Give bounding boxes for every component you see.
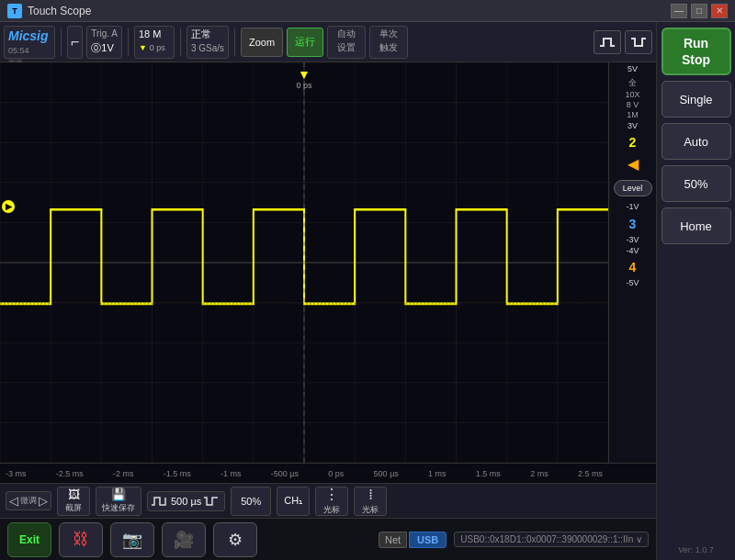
pulse-down-icon bbox=[629, 33, 648, 51]
single-group[interactable]: 单次 触发 bbox=[369, 26, 408, 59]
auto-button[interactable]: Auto bbox=[662, 123, 731, 160]
trigger-marker: ▼ 0 ps bbox=[296, 68, 311, 90]
video-button[interactable]: 🎥 bbox=[162, 522, 206, 557]
auto-group[interactable]: 自动 设置 bbox=[327, 26, 366, 59]
zoom-button[interactable]: Zoom bbox=[241, 28, 283, 57]
ch-1m[interactable]: 1M bbox=[627, 110, 639, 119]
run-stop-button[interactable]: Run Stop bbox=[662, 28, 731, 75]
exit-button[interactable]: Exit bbox=[7, 522, 51, 557]
time-label-3: -1.5 ms bbox=[164, 469, 191, 478]
prev-button[interactable]: ◁ bbox=[9, 494, 18, 508]
time-label-6: 0 ps bbox=[328, 469, 344, 478]
chevron-right-icon[interactable]: ◀ bbox=[628, 155, 639, 173]
trig-group[interactable]: Trig. A ⓪1V bbox=[86, 26, 122, 59]
duty-value: 50% bbox=[241, 496, 261, 507]
time-label-5: -500 µs bbox=[271, 469, 299, 478]
net-label[interactable]: Net bbox=[379, 532, 407, 548]
v-5-label: -5V bbox=[626, 278, 639, 289]
cursor1-icon: ⋮ bbox=[324, 486, 339, 503]
save-label: 快速保存 bbox=[102, 502, 135, 514]
time-label-8: 1 ms bbox=[428, 469, 447, 478]
ch-8v[interactable]: 8 V bbox=[627, 100, 639, 109]
micsig-logo: Micsig bbox=[8, 28, 49, 43]
usb-label[interactable]: USB bbox=[409, 532, 447, 548]
timebase-group[interactable]: 18 M ▼ 0 ps bbox=[134, 26, 175, 59]
trig-arrow: ▼ bbox=[139, 43, 147, 52]
sep1 bbox=[61, 28, 62, 56]
sep4 bbox=[234, 28, 235, 56]
bottom-controls: ◁ 微调 ▷ 🖼 截屏 💾 快速保存 500 µs bbox=[0, 483, 656, 518]
fine-tune-label: 微调 bbox=[20, 495, 37, 507]
time-label-7: 500 µs bbox=[374, 469, 399, 478]
waveform-canvas[interactable]: ▼ 0 ps ▶ bbox=[0, 62, 608, 463]
v-4-label: -4V bbox=[626, 246, 639, 257]
grid-svg bbox=[0, 62, 608, 463]
waveform-display: ▼ 0 ps ▶ 5V 全 10X 8 V 1M bbox=[0, 62, 656, 463]
settings-button[interactable]: ⚙ bbox=[213, 522, 257, 557]
toolbar-time: 05:54 bbox=[8, 46, 29, 55]
top-voltage: 5V bbox=[611, 64, 654, 75]
playback-controls[interactable]: ◁ 微调 ▷ bbox=[6, 491, 51, 510]
camera-button[interactable]: 📷 bbox=[110, 522, 154, 557]
v3-label: 3V bbox=[628, 121, 638, 132]
version-info: Ver: 1.0.7 bbox=[678, 545, 714, 554]
pulse-down-icon-group[interactable] bbox=[625, 30, 652, 54]
maximize-button[interactable]: □ bbox=[691, 4, 707, 18]
app-icon: T bbox=[7, 4, 22, 18]
quick-save-button[interactable]: 💾 快速保存 bbox=[96, 487, 141, 516]
micsig-logo-group[interactable]: Micsig 05:54 测量 bbox=[4, 26, 55, 59]
time-label-2: -2 ms bbox=[113, 469, 134, 478]
single-button[interactable]: Single bbox=[662, 81, 731, 118]
top-toolbar: Micsig 05:54 测量 ⌐ Trig. A ⓪1V 18 M ▼ bbox=[0, 22, 656, 62]
timebase-value: 18 M bbox=[139, 28, 161, 40]
cursor1-button[interactable]: ⋮ 光标 bbox=[315, 487, 348, 516]
duty-cycle-button[interactable]: 50% bbox=[231, 487, 271, 516]
ch-options[interactable]: 全 10X 8 V 1M bbox=[625, 77, 639, 119]
home-button[interactable]: Home bbox=[662, 207, 731, 244]
ch4-channel-label[interactable]: 4 bbox=[629, 260, 637, 274]
net-usb-selector[interactable]: Net USB bbox=[379, 532, 447, 548]
ch-full[interactable]: 全 bbox=[628, 77, 637, 89]
trig-label: Trig. A bbox=[91, 28, 118, 39]
footer: Exit ⛓ 📷 🎥 ⚙ Net USB bbox=[0, 518, 656, 560]
video-icon: 🎥 bbox=[174, 530, 194, 550]
ch1-button[interactable]: CH₁ bbox=[277, 487, 310, 516]
titlebar: T Touch Scope — □ ✕ bbox=[0, 0, 735, 22]
next-button[interactable]: ▷ bbox=[39, 494, 48, 508]
screenshot-icon: 🖼 bbox=[68, 487, 80, 501]
y-axis-panel: 5V 全 10X 8 V 1M 3V 2 ◀ Level -1V bbox=[608, 62, 656, 463]
time-label-1: -2.5 ms bbox=[56, 469, 84, 478]
cursor2-icon: ⁞ bbox=[368, 486, 373, 503]
cursor2-button[interactable]: ⁞ 光标 bbox=[354, 487, 387, 516]
cursor2-label: 光标 bbox=[362, 504, 379, 516]
ch2-channel-label[interactable]: 2 bbox=[629, 135, 637, 150]
camera-icon: 📷 bbox=[122, 530, 142, 550]
v5-label: 5V bbox=[611, 64, 654, 75]
run-label: Run bbox=[684, 35, 708, 51]
screenshot-button[interactable]: 🖼 截屏 bbox=[57, 487, 90, 516]
minimize-button[interactable]: — bbox=[671, 4, 687, 18]
mode-group[interactable]: 正常 3 GSa/s bbox=[187, 26, 229, 59]
run-button[interactable]: 运行 bbox=[287, 28, 323, 57]
toolbar-right-icons bbox=[594, 30, 652, 54]
link-button[interactable]: ⛓ bbox=[59, 522, 103, 557]
level-button[interactable]: Level bbox=[614, 180, 652, 196]
ch-10x[interactable]: 10X bbox=[625, 90, 639, 99]
trig-value: ⓪1V bbox=[91, 42, 113, 54]
single-label: 单次 bbox=[379, 28, 398, 39]
ch2-marker[interactable]: ▶ bbox=[2, 200, 15, 213]
device-id[interactable]: USB0::0x18D1::0x0007::390000029::1::IIn … bbox=[454, 532, 649, 547]
time-label-10: 2 ms bbox=[530, 469, 548, 478]
pulse-icon bbox=[204, 494, 220, 509]
trig-icon-group[interactable]: ⌐ bbox=[67, 26, 83, 59]
mode-value: 正常 bbox=[191, 28, 211, 40]
close-button[interactable]: ✕ bbox=[711, 4, 728, 18]
pulse-up-icon-group[interactable] bbox=[594, 30, 621, 54]
ch3-channel-label[interactable]: 3 bbox=[629, 217, 637, 231]
window-controls[interactable]: — □ ✕ bbox=[671, 4, 728, 18]
time-label-4: -1 ms bbox=[220, 469, 242, 478]
fifty-percent-button[interactable]: 50% bbox=[662, 165, 731, 202]
timebase-control[interactable]: 500 µs bbox=[147, 491, 225, 511]
single-sub: 触发 bbox=[379, 42, 398, 53]
v-3-label: -3V bbox=[626, 235, 639, 246]
